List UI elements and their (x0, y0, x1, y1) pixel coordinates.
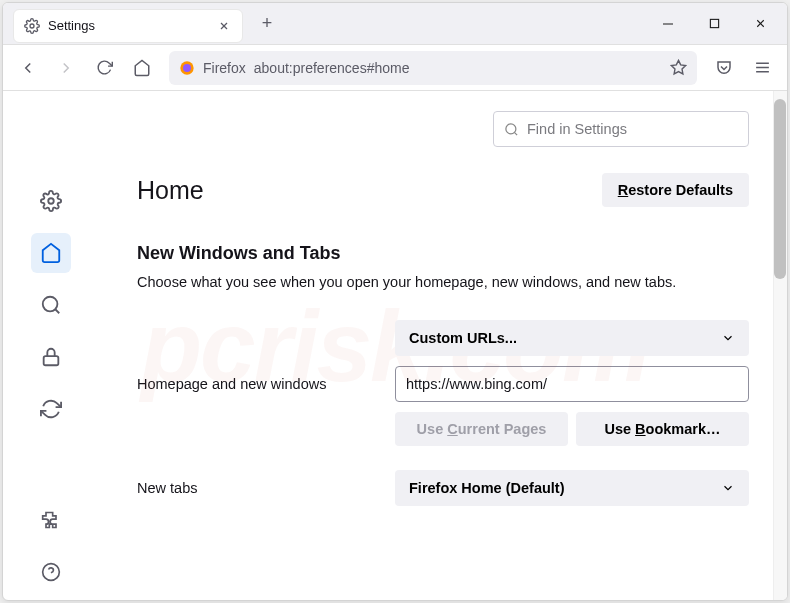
gear-icon (24, 18, 40, 34)
svg-point-19 (506, 123, 516, 133)
settings-main: Find in Settings Home Restore Defaults N… (99, 91, 787, 600)
bookmark-star-icon[interactable] (670, 59, 687, 76)
menu-button[interactable] (745, 51, 779, 85)
use-bookmark-button[interactable]: Use Bookmark… (576, 412, 749, 446)
chevron-down-icon (721, 331, 735, 345)
toolbar: Firefox about:preferences#home (3, 45, 787, 91)
close-window-button[interactable] (737, 3, 783, 45)
search-input[interactable]: Find in Settings (493, 111, 749, 147)
section-title: New Windows and Tabs (137, 243, 749, 264)
svg-marker-9 (671, 60, 685, 73)
scrollbar-thumb[interactable] (774, 99, 786, 279)
url-bar[interactable]: Firefox about:preferences#home (169, 51, 697, 85)
chevron-down-icon (721, 481, 735, 495)
scrollbar[interactable] (773, 91, 787, 600)
svg-point-14 (43, 297, 58, 312)
browser-tab[interactable]: Settings (13, 9, 243, 43)
restore-defaults-button[interactable]: Restore Defaults (602, 173, 749, 207)
new-tab-button[interactable]: + (251, 8, 283, 40)
firefox-label: Firefox (203, 60, 246, 76)
url-text: about:preferences#home (254, 60, 670, 76)
page-title: Home (137, 176, 204, 205)
svg-rect-4 (710, 19, 718, 27)
svg-point-8 (183, 64, 191, 72)
dropdown-value: Custom URLs... (409, 330, 517, 346)
sidebar-search[interactable] (31, 285, 71, 325)
tab-title: Settings (48, 18, 216, 33)
homepage-url-input[interactable] (395, 366, 749, 402)
svg-line-15 (55, 309, 59, 313)
maximize-button[interactable] (691, 3, 737, 45)
svg-line-20 (514, 132, 517, 135)
use-current-pages-button[interactable]: Use Current Pages (395, 412, 568, 446)
close-icon[interactable] (216, 18, 232, 34)
dropdown-value: Firefox Home (Default) (409, 480, 565, 496)
minimize-button[interactable] (645, 3, 691, 45)
sidebar-privacy[interactable] (31, 337, 71, 377)
sidebar-general[interactable] (31, 181, 71, 221)
search-icon (504, 122, 519, 137)
sidebar-sync[interactable] (31, 389, 71, 429)
homepage-dropdown[interactable]: Custom URLs... (395, 320, 749, 356)
sidebar-help[interactable] (31, 552, 71, 592)
svg-rect-16 (44, 356, 59, 365)
svg-point-0 (30, 24, 34, 28)
newtabs-label: New tabs (137, 480, 395, 496)
sidebar-home[interactable] (31, 233, 71, 273)
firefox-icon (179, 60, 195, 76)
svg-point-13 (48, 198, 54, 204)
newtabs-dropdown[interactable]: Firefox Home (Default) (395, 470, 749, 506)
forward-button[interactable] (49, 51, 83, 85)
back-button[interactable] (11, 51, 45, 85)
pocket-icon[interactable] (707, 51, 741, 85)
section-desc: Choose what you see when you open your h… (137, 274, 749, 290)
reload-button[interactable] (87, 51, 121, 85)
titlebar: Settings + (3, 3, 787, 45)
search-placeholder: Find in Settings (527, 121, 627, 137)
settings-sidebar (3, 91, 99, 600)
home-button[interactable] (125, 51, 159, 85)
sidebar-extensions[interactable] (31, 500, 71, 540)
homepage-label: Homepage and new windows (137, 376, 395, 392)
